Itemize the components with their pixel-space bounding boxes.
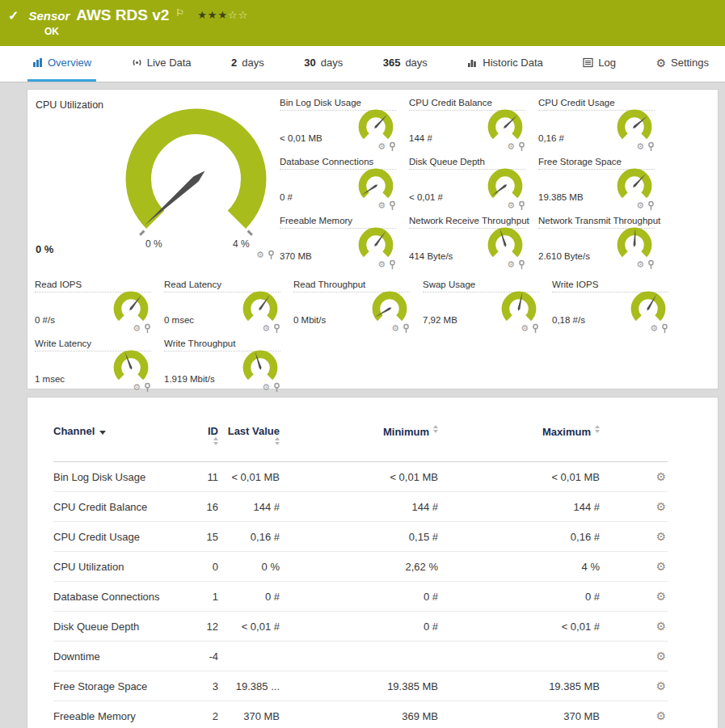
sort-toggle-icon [275,437,280,445]
cell-id: 3 [200,671,225,701]
gear-icon[interactable]: ⚙ [262,383,270,392]
stars-empty: ☆☆ [228,9,248,21]
column-header-min[interactable]: Minimum [286,425,445,462]
cell-channel: CPU Credit Balance [53,492,200,522]
gauge-dial [616,167,653,204]
tab-live-data[interactable]: Live Data [127,46,196,82]
gear-icon[interactable]: ⚙ [391,324,399,333]
gauge-dial [616,108,653,145]
tab-label: days [321,57,343,69]
pin-icon[interactable] [403,323,410,334]
channel-settings-icon[interactable]: ⚙ [655,620,666,633]
sort-toggle-icon [433,425,438,433]
gauge-value: 414 Byte/s [409,251,453,261]
stars-filled: ★★★ [197,9,228,21]
gauge-dial [357,167,394,204]
priority-rating[interactable]: ★★★☆☆ [197,9,248,21]
gear-icon[interactable]: ⚙ [133,383,141,392]
pin-icon[interactable] [273,382,280,393]
column-header-max[interactable]: Maximum [445,425,606,462]
gear-icon[interactable]: ⚙ [650,324,658,333]
gauges-top-row: CPU Utilization 0 % 0 % 4 % ⚙ Bin Log Di… [27,90,718,268]
tab-label: Historic Data [483,57,542,69]
gauge-tile: CPU Credit Balance144 #⚙ [409,91,530,150]
table-row: Bin Log Disk Usage11< 0,01 MB< 0,01 MB< … [53,462,668,492]
gear-icon[interactable]: ⚙ [521,324,529,333]
gauge-tile: Bin Log Disk Usage< 0,01 MB⚙ [280,91,401,150]
channel-settings-icon[interactable]: ⚙ [655,470,666,483]
channel-settings-icon[interactable]: ⚙ [655,560,666,573]
cell-min: 2,62 % [286,552,445,582]
gear-icon[interactable]: ⚙ [636,260,644,269]
table-row: CPU Credit Balance16144 #144 #144 #⚙ [53,492,668,522]
cell-max: 19.385 MB [445,671,606,701]
gear-icon[interactable]: ⚙ [256,250,264,259]
channel-settings-icon[interactable]: ⚙ [655,709,666,722]
overview-icon [32,57,43,68]
tab-settings[interactable]: ⚙Settings [651,46,714,82]
gauge-tile: Write IOPS0,18 #/s⚙ [552,273,673,332]
channel-settings-icon[interactable]: ⚙ [655,590,666,603]
tab-overview[interactable]: Overview [27,46,96,82]
status-badge: OK [44,26,59,37]
sensor-header: ✓ Sensor AWS RDS v2 ⚐ ★★★☆☆ OK [0,0,725,46]
cell-last: < 0,01 # [225,612,286,642]
tab-log[interactable]: Log [578,46,621,82]
gauge-tile: Write Latency1 msec⚙ [35,332,156,391]
gauge-dial [242,290,279,327]
log-icon [583,57,593,68]
tab-historic-data[interactable]: Historic Data [462,46,547,82]
cell-min: 369 MB [286,701,445,728]
gauge-tile: Read Latency0 msec⚙ [164,273,285,332]
cell-min [286,642,445,671]
cell-id: 12 [200,612,225,642]
cell-min: < 0,01 MB [286,462,445,492]
column-header-channel[interactable]: Channel [53,425,200,462]
tab-30-days[interactable]: 30days [299,46,348,82]
sensor-kind-label: Sensor [28,9,70,23]
channel-settings-icon[interactable]: ⚙ [655,650,666,663]
pin-icon[interactable] [532,323,539,334]
gauge-value: 0 % [36,243,53,255]
gauge-value: 7,92 MB [423,315,457,325]
gauge-tile: Free Storage Space19.385 MB⚙ [538,150,660,209]
cell-last: 144 # [225,492,286,522]
tab-2-days[interactable]: 2days [226,46,269,82]
gauge-dial [500,290,537,327]
channel-settings-icon[interactable]: ⚙ [655,530,666,543]
cell-id: 15 [200,522,225,552]
tab-365-days[interactable]: 365days [378,46,432,82]
gauge-tile: Read IOPS0 #/s⚙ [35,273,156,332]
cell-channel: Database Connections [53,582,200,612]
pin-icon[interactable] [661,323,668,334]
channel-settings-icon[interactable]: ⚙ [655,500,666,513]
cell-channel: CPU Credit Usage [53,522,200,552]
cell-channel: Disk Queue Depth [53,612,200,642]
gear-icon[interactable]: ⚙ [507,260,515,269]
gauge-dial [630,290,667,327]
gear-icon[interactable]: ⚙ [377,260,386,269]
gauge-value: 0 msec [164,315,194,325]
cell-min: 0 # [286,582,445,612]
pin-icon[interactable] [389,259,396,270]
pin-icon[interactable] [144,382,151,393]
gauge-value: 0 Mbit/s [293,315,326,325]
gauge-value: 2.610 Byte/s [538,251,590,261]
table-row: Database Connections10 #0 #0 #⚙ [53,582,668,612]
column-header-id[interactable]: ID [200,425,225,462]
pin-icon[interactable] [518,259,525,270]
cell-channel: Bin Log Disk Usage [53,462,200,492]
pin-icon[interactable] [647,259,655,270]
channels-table: ChannelIDLast ValueMinimumMaximum Bin Lo… [53,425,668,728]
gauge-value: 0 #/s [35,315,55,325]
cell-last [225,642,286,671]
channel-settings-icon[interactable]: ⚙ [655,680,666,692]
pin-icon[interactable] [268,250,275,260]
column-header-last[interactable]: Last Value [225,425,286,462]
gauge-tile: Network Receive Throughput414 Byte/s⚙ [409,209,530,268]
gauge-value: 1 msec [35,374,65,384]
channels-table-panel: ChannelIDLast ValueMinimumMaximum Bin Lo… [27,397,719,728]
table-row: Downtime-4⚙ [53,642,668,671]
cell-channel: CPU Utilization [53,552,200,582]
gauge-tile: Freeable Memory370 MB⚙ [280,209,401,268]
